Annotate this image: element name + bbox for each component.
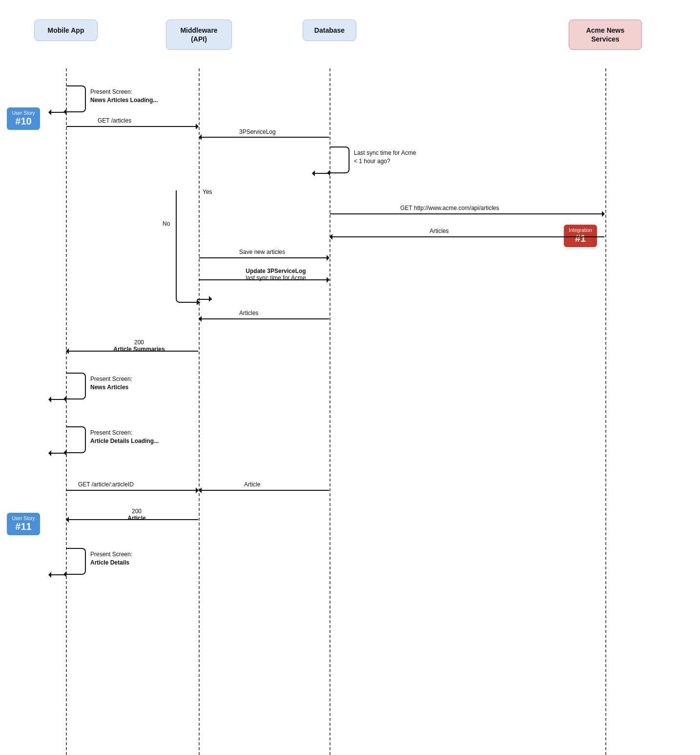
arrow-m13 [49,399,66,400]
label-m13: Present Screen: News Articles [90,375,132,392]
arrow-m14 [49,453,66,454]
arrow-m4 [312,173,330,174]
label-yes: Yes [203,188,212,196]
actor-mobile: Mobile App [34,20,98,41]
label-no: No [163,220,170,228]
label-m17: 200Article [93,508,181,522]
label-m3: 3PServiceLog [239,128,276,135]
arrow-m1 [49,112,66,113]
label-m16: Article [244,481,260,488]
diagram-container: Mobile App Middleware (API) Database Acm… [0,0,700,755]
arrow-m15 [66,490,198,491]
arrow-m7 [330,236,604,237]
user-story-10-label: User Story [12,110,35,116]
label-m14: Present Screen: Article Details Loading.… [90,429,159,445]
user-story-10-badge: User Story #10 [7,107,40,130]
lifeline-mobile [66,68,67,755]
lifeline-middleware [199,68,200,755]
label-m12: 200Article Summaries [85,339,193,353]
bracket-arrowhead [209,296,212,302]
actor-database: Database [303,20,356,41]
arrow-m18 [49,574,66,575]
label-m15: GET /article/:articleID [78,481,134,488]
label-m18: Present Screen: Article Details [90,550,132,567]
user-story-10-number: #10 [12,116,35,127]
label-m4: Last sync time for Acme < 1 hour ago? [354,149,416,166]
self-call-m18 [66,548,86,575]
actor-acme: Acme News Services [569,20,642,50]
integration-1-number: #1 [569,233,592,244]
arrow-m16 [199,490,329,491]
actor-middleware: Middleware (API) [166,20,232,50]
arrow-m11 [199,318,329,319]
lifeline-acme [605,68,606,755]
label-m7: Articles [430,228,449,234]
label-m6: GET http://www.acme.com/api/articles [400,205,499,211]
arrow-m8 [199,257,329,258]
self-call-m4 [330,147,350,173]
label-m2: GET /articles [98,117,131,124]
integration-1-label: Integration [569,228,592,233]
user-story-11-label: User Story [12,516,35,521]
decision-bracket [176,190,200,303]
label-m1: Present Screen: News Articles Loading... [90,88,158,105]
self-call-m14 [66,426,86,453]
self-call-m13 [66,373,86,399]
arrow-m2 [66,126,198,127]
user-story-11-badge: User Story #11 [7,513,40,535]
integration-1-badge: Integration #1 [564,225,597,247]
arrow-m6 [330,213,604,214]
label-m9: Update 3PServiceLog last sync time for A… [220,268,332,281]
self-call-m1 [66,85,86,112]
label-m11: Articles [239,310,258,316]
label-m8: Save new articles [239,249,285,255]
user-story-11-number: #11 [12,521,35,532]
arrow-m3 [199,137,329,138]
